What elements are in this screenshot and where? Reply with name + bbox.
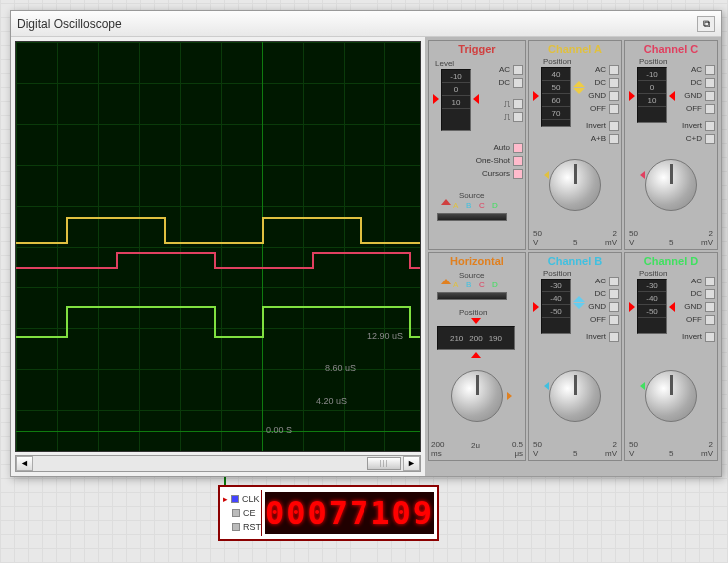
rst-pin[interactable] <box>232 523 240 531</box>
time-label-2: 8.60 uS <box>325 363 356 373</box>
ch-d-ac[interactable] <box>705 277 715 286</box>
scroll-right-button[interactable]: ► <box>403 456 420 471</box>
trigger-rise-toggle[interactable] <box>513 99 523 109</box>
trigger-source-label: Source <box>459 191 484 200</box>
ch-a-knob-marker <box>544 171 549 179</box>
channel-c-panel: Channel C Position -10 0 10 AC DC GND OF… <box>624 40 718 250</box>
ch-c-dc[interactable] <box>705 78 715 88</box>
counter-component[interactable]: ▸CLK CE RST 00077109 <box>218 485 439 541</box>
scroll-thumb[interactable]: ||| <box>367 457 401 470</box>
channel-d-panel: Channel D Position -30 -40 -50 AC DC GND… <box>624 252 718 461</box>
horizontal-position-slider[interactable]: 210 200 190 <box>437 326 515 350</box>
trace-a <box>16 242 66 244</box>
trigger-ac-toggle[interactable] <box>513 65 523 75</box>
ch-c-gnd[interactable] <box>705 91 715 101</box>
ch-c-knob-marker <box>640 171 645 179</box>
horizontal-title: Horizontal <box>429 253 525 269</box>
time-label-1: 4.20 uS <box>316 396 347 406</box>
baseline-axis <box>16 431 420 432</box>
scroll-track[interactable]: ||| <box>33 456 403 471</box>
channel-b-panel: Channel B Position -30 -40 -50 AC DC GND… <box>528 252 622 461</box>
ch-c-gain-knob[interactable] <box>645 159 697 211</box>
scope-screen[interactable]: document.write(Array.from({length:11},(_… <box>15 41 421 452</box>
trigger-cursors-toggle[interactable] <box>513 169 523 179</box>
clk-pin[interactable] <box>231 495 239 503</box>
ch-d-invert[interactable] <box>705 332 715 342</box>
ch-a-gnd[interactable] <box>609 91 619 101</box>
time-label-3: 12.90 uS <box>367 331 403 341</box>
trigger-panel: Trigger Level -10 0 10 AC DC ⎍ ⎍ Auto <box>428 40 526 250</box>
ch-d-knob-marker <box>640 382 645 390</box>
control-panels: Trigger Level -10 0 10 AC DC ⎍ ⎍ Auto <box>425 37 721 476</box>
trigger-level-label: Level <box>435 59 454 68</box>
ch-c-invert[interactable] <box>705 121 715 131</box>
ch-b-ac[interactable] <box>609 277 619 286</box>
horizontal-timebase-knob[interactable] <box>451 370 503 422</box>
ch-a-gain-knob[interactable] <box>549 159 601 211</box>
ch-a-off[interactable] <box>609 104 619 114</box>
scroll-left-button[interactable]: ◄ <box>16 456 33 471</box>
counter-display: 00077109 <box>265 492 434 534</box>
window-title: Digital Oscilloscope <box>17 17 122 31</box>
ch-b-knob-marker <box>544 382 549 390</box>
ch-b-position-slider[interactable]: -30 -40 -50 <box>541 279 571 334</box>
ch-b-gnd[interactable] <box>609 302 619 312</box>
ch-d-dc[interactable] <box>705 289 715 299</box>
ch-a-dc[interactable] <box>609 78 619 88</box>
ch-c-title: Channel C <box>625 41 717 57</box>
ch-b-invert[interactable] <box>609 332 619 342</box>
ch-d-position-slider[interactable]: -30 -40 -50 <box>637 279 667 334</box>
ch-a-invert[interactable] <box>609 121 619 131</box>
titlebar[interactable]: Digital Oscilloscope ⧉ <box>11 11 721 37</box>
horizontal-knob-marker <box>507 392 512 400</box>
oscilloscope-window: Digital Oscilloscope ⧉ document.write(Ar… <box>10 10 722 477</box>
trigger-title: Trigger <box>429 41 525 57</box>
ch-a-position-slider[interactable]: 40 50 60 70 <box>541 67 571 127</box>
ch-b-off[interactable] <box>609 315 619 325</box>
trigger-dc-toggle[interactable] <box>513 78 523 88</box>
horizontal-source-slider[interactable] <box>437 292 507 300</box>
ch-b-pos-stepper[interactable] <box>573 296 587 309</box>
ch-a-pos-stepper[interactable] <box>573 81 587 94</box>
trigger-auto-toggle[interactable] <box>513 143 523 153</box>
ch-d-gain-knob[interactable] <box>645 370 697 422</box>
trigger-fall-toggle[interactable] <box>513 112 523 122</box>
ch-b-title: Channel B <box>529 253 621 269</box>
horizontal-scrollbar[interactable]: ◄ ||| ► <box>15 455 421 472</box>
trigger-oneshot-toggle[interactable] <box>513 156 523 166</box>
trigger-level-slider[interactable]: -10 0 10 <box>441 69 471 131</box>
ch-a-aplusb[interactable] <box>609 134 619 144</box>
horizontal-panel: Horizontal Source A B C D Position 210 2… <box>428 252 526 461</box>
trace-c <box>16 267 116 269</box>
ch-c-cplusd[interactable] <box>705 134 715 144</box>
ch-c-position-slider[interactable]: -10 0 10 <box>637 67 667 123</box>
ch-a-title: Channel A <box>529 41 621 57</box>
ch-d-gnd[interactable] <box>705 302 715 312</box>
ch-c-off[interactable] <box>705 104 715 114</box>
ch-c-ac[interactable] <box>705 65 715 75</box>
trigger-marker-right <box>473 94 479 104</box>
ch-d-title: Channel D <box>625 253 717 269</box>
ch-a-ac[interactable] <box>609 65 619 75</box>
close-button[interactable]: ⧉ <box>697 16 715 32</box>
arrow-icon: ▸ <box>223 494 228 504</box>
counter-pins: ▸CLK CE RST <box>223 490 262 536</box>
time-label-0: 0.00 S <box>266 425 292 435</box>
ce-pin[interactable] <box>232 509 240 517</box>
ch-b-gain-knob[interactable] <box>549 370 601 422</box>
ch-b-dc[interactable] <box>609 289 619 299</box>
trigger-marker-left <box>433 94 439 104</box>
channel-a-panel: Channel A Position 40 50 60 70 AC DC GND <box>528 40 622 250</box>
trace-d <box>16 336 66 338</box>
center-v-axis <box>262 42 263 451</box>
trigger-source-slider[interactable] <box>437 213 507 221</box>
ch-d-off[interactable] <box>705 315 715 325</box>
scope-area: document.write(Array.from({length:11},(_… <box>11 37 425 476</box>
